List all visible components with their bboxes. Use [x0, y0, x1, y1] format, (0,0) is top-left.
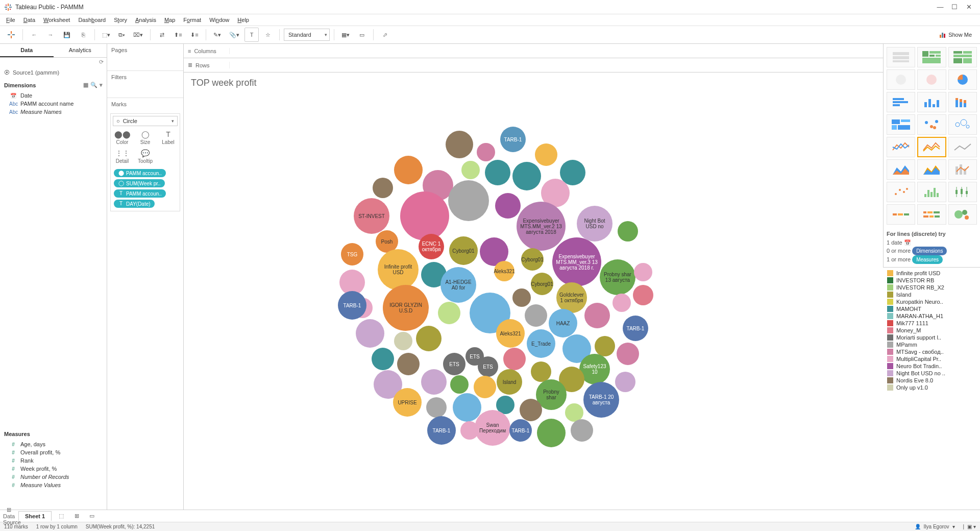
sort-asc-button[interactable]: ⬆≡ — [171, 28, 185, 42]
showme-chart-type[interactable] — [948, 92, 977, 112]
bubble[interactable]: Expensivebuyer MTS.MM_ver.2 13 августа 2… — [517, 202, 566, 251]
bubble[interactable] — [438, 302, 460, 324]
bubble[interactable]: Cyborg01 — [521, 248, 544, 271]
bubble[interactable]: ETS — [443, 353, 465, 375]
menu-help[interactable]: Help — [234, 16, 252, 24]
mark-type-select[interactable]: ○ Circle — [113, 116, 178, 126]
dimension-field[interactable]: AbcPAMM account name — [0, 100, 107, 108]
bubble[interactable]: TARB-1 20 августа — [583, 382, 619, 418]
menu-file[interactable]: File — [3, 16, 18, 24]
bubble[interactable]: Aleks321 — [494, 261, 514, 281]
bubble[interactable] — [485, 160, 510, 185]
measure-field[interactable]: #Age, days — [0, 440, 107, 448]
bubble[interactable]: TARB-1 — [338, 291, 366, 320]
bubble[interactable] — [453, 393, 481, 422]
new-worksheet-icon[interactable]: ⬚ — [56, 513, 67, 519]
save-button[interactable]: 💾 — [60, 28, 74, 42]
bubble[interactable] — [477, 143, 495, 161]
showme-chart-type[interactable] — [948, 204, 977, 225]
dimension-field[interactable]: AbcMeasure Names — [0, 108, 107, 116]
filters-shelf[interactable]: Filters — [107, 71, 183, 98]
marks-label[interactable]: TLabel — [157, 128, 180, 147]
bubble[interactable]: Expensivebuyer MTS.MM_ver.3 13 августа 2… — [552, 237, 601, 286]
measure-field[interactable]: #Measure Values — [0, 481, 107, 489]
bubble[interactable]: TSG — [341, 243, 363, 266]
chart-title[interactable]: TOP week profit — [184, 73, 883, 93]
legend-item[interactable]: Only up v1.0 — [883, 384, 980, 391]
maximize-button[interactable]: ☐ — [947, 3, 962, 11]
bubble[interactable] — [618, 221, 638, 242]
showme-chart-type[interactable] — [887, 159, 915, 180]
showme-chart-type[interactable] — [948, 47, 977, 67]
bubble[interactable]: Cyborg01 — [531, 273, 553, 295]
mark-pill[interactable]: ⬤PAMM accoun.. — [114, 169, 166, 177]
bubble[interactable]: TARB-1 — [623, 316, 648, 341]
view-icon[interactable]: ▦ — [83, 82, 88, 88]
bubble[interactable] — [512, 162, 541, 190]
bubble[interactable] — [520, 399, 542, 421]
bubble[interactable] — [537, 419, 566, 447]
bubble[interactable]: ST-INVEST — [354, 198, 389, 234]
new-worksheet-button[interactable]: ⬚▾ — [99, 28, 113, 42]
bubble[interactable] — [448, 180, 489, 221]
showme-chart-type[interactable] — [948, 137, 977, 157]
measure-field[interactable]: #Number of Records — [0, 473, 107, 481]
bubble[interactable] — [512, 288, 531, 307]
bubble[interactable] — [584, 303, 610, 328]
legend-item[interactable]: MARAN-ATHA_H1 — [883, 312, 980, 320]
bubble[interactable] — [535, 143, 557, 166]
filmstrip-icon[interactable]: ▣ ▾ — [967, 524, 976, 529]
sheet-tab[interactable]: Sheet 1 — [18, 511, 52, 521]
bubble[interactable] — [617, 343, 639, 365]
showme-chart-type[interactable] — [887, 92, 915, 112]
showme-chart-type[interactable] — [917, 47, 946, 67]
showme-chart-type[interactable] — [887, 182, 915, 202]
new-datasource-button[interactable]: ⎘ — [76, 28, 90, 42]
bubble[interactable] — [421, 369, 447, 395]
labels-button[interactable]: T — [244, 28, 259, 42]
connect-icon[interactable]: ⟳ — [0, 58, 107, 66]
legend-item[interactable]: INVESTOR RB — [883, 277, 980, 284]
bubble[interactable]: Swan Переходим — [475, 410, 510, 446]
tab-data[interactable]: Data — [0, 44, 54, 57]
legend-item[interactable]: Moriarti support l.. — [883, 334, 980, 341]
columns-shelf[interactable]: ≡Columns — [184, 44, 883, 58]
legend-item[interactable]: Infinite profit USD — [883, 270, 980, 277]
showme-chart-type[interactable] — [887, 114, 915, 135]
bubble[interactable] — [397, 353, 420, 375]
marks-size[interactable]: ◯Size — [134, 128, 157, 147]
rows-shelf[interactable]: ≣Rows — [184, 58, 883, 73]
fit-dropdown[interactable]: Standard — [284, 29, 330, 41]
search-icon[interactable]: 🔍 — [90, 82, 97, 88]
bubble[interactable]: Aleks321 — [496, 319, 525, 348]
menu-window[interactable]: Window — [206, 16, 232, 24]
menu-icon[interactable]: ▾ — [100, 82, 103, 88]
marks-tooltip[interactable]: 💬Tooltip — [134, 147, 157, 166]
legend-item[interactable]: Money_M — [883, 327, 980, 334]
bubble[interactable] — [525, 304, 547, 327]
legend-item[interactable]: Kuropatkin Neuro.. — [883, 298, 980, 305]
showme-chart-type[interactable] — [917, 69, 946, 90]
bubble[interactable]: HAAZ — [549, 309, 577, 337]
highlight-button[interactable]: ✎▾ — [210, 28, 224, 42]
bubble[interactable] — [461, 161, 480, 179]
minimize-button[interactable]: — — [933, 3, 947, 11]
bubble[interactable] — [446, 131, 473, 158]
bubble[interactable]: Night Bot USD no — [577, 206, 612, 242]
menu-analysis[interactable]: Analysis — [132, 16, 159, 24]
showme-chart-type[interactable] — [887, 137, 915, 157]
showme-chart-type[interactable] — [917, 182, 946, 202]
showme-chart-type[interactable] — [917, 114, 946, 135]
bubble[interactable]: TARB-1 — [500, 127, 526, 152]
bubble[interactable]: ECNC 1 октября — [419, 234, 444, 259]
bubble[interactable] — [595, 336, 615, 356]
showme-chart-type[interactable] — [887, 47, 915, 67]
user-menu-icon[interactable]: ▾ — [952, 524, 955, 529]
mark-pill[interactable]: TDAY(Date) — [114, 200, 155, 208]
bubble[interactable] — [416, 326, 442, 351]
bubble[interactable] — [356, 319, 384, 348]
chart-area[interactable]: TARB-1ST-INVESTExpensivebuyer MTS.MM_ver… — [184, 93, 883, 510]
showme-chart-type[interactable] — [948, 182, 977, 202]
legend-item[interactable]: MultipliCapital Pr.. — [883, 355, 980, 363]
bubble[interactable]: Island — [497, 369, 522, 395]
